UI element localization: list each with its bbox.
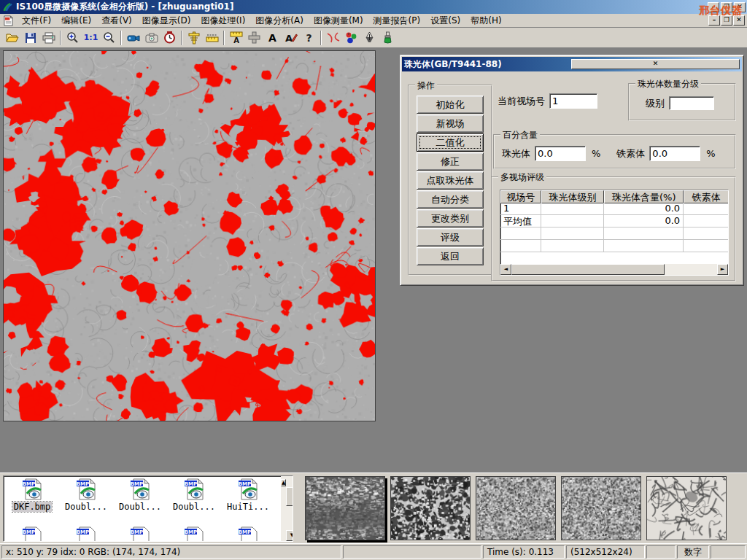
col-pearlite-grade[interactable]: 珠光体级别	[541, 190, 605, 203]
print-button[interactable]	[39, 29, 58, 47]
scrollbar-thumb[interactable]	[286, 487, 293, 506]
menu-image-measure[interactable]: 图像测量(M)	[309, 13, 368, 28]
thumbnail-2[interactable]	[390, 476, 471, 540]
file-name[interactable]: Doubl...	[63, 502, 109, 512]
file-item[interactable]: BMP	[113, 526, 167, 542]
document-system-menu-icon[interactable]	[3, 15, 14, 26]
capture-button[interactable]	[142, 29, 160, 47]
actual-size-icon: 1:1	[84, 33, 98, 42]
close-button[interactable]: ✕	[734, 2, 746, 12]
level-input[interactable]	[669, 96, 714, 110]
file-item[interactable]: BMP	[5, 526, 59, 542]
menu-file[interactable]: 文件(F)	[17, 13, 56, 28]
video-camera-icon	[127, 33, 140, 43]
svg-text:BMP: BMP	[131, 481, 143, 487]
table-row[interactable]: 平均值 0.0	[500, 215, 728, 228]
col-field-number[interactable]: 视场号	[500, 190, 541, 203]
zoom-in-button[interactable]	[63, 29, 82, 47]
file-name[interactable]: HuiTi...	[225, 502, 271, 512]
classify-balls-button[interactable]	[342, 29, 360, 47]
file-item[interactable]: BMP Doubl...	[167, 478, 221, 526]
pen-tool-button[interactable]	[360, 29, 379, 47]
mdi-workspace: 珠光体(GB/T9441-88) ✕ 操作 初始化 新视场 二值化 修正 点取珠…	[0, 48, 747, 472]
text-tool-button[interactable]: A	[263, 29, 282, 47]
grid-cross-button[interactable]	[245, 29, 263, 47]
pick-pearlite-button[interactable]: 点取珠光体	[417, 171, 484, 190]
metallographic-image[interactable]	[3, 50, 376, 421]
child-restore-button[interactable]: ❐	[721, 15, 732, 26]
file-item[interactable]: BMP Doubl...	[113, 478, 167, 526]
child-close-button[interactable]: ✕	[733, 15, 745, 26]
scroll-right-arrow-icon[interactable]: ►	[717, 264, 728, 275]
file-name[interactable]: DKF.bmp	[12, 502, 53, 512]
binarize-button[interactable]: 二值化	[417, 133, 484, 152]
file-browser[interactable]: BMP DKF.bmp BMP Doubl...	[3, 475, 293, 542]
timer-button[interactable]	[160, 29, 179, 47]
curve-calibration-button[interactable]	[324, 29, 342, 47]
scroll-up-arrow-icon[interactable]: ▲	[281, 479, 286, 486]
menu-image-display[interactable]: 图像显示(D)	[137, 13, 196, 28]
restore-button[interactable]: ❐	[721, 2, 732, 12]
new-field-button[interactable]: 新视场	[417, 114, 484, 133]
col-pearlite-content[interactable]: 珠光体含量(%)	[604, 190, 684, 203]
rating-table[interactable]: 视场号 珠光体级别 珠光体含量(%) 铁素体 1 0.0 平均值	[500, 190, 729, 276]
dialog-close-button[interactable]: ✕	[571, 59, 740, 69]
brush-tool-button[interactable]	[379, 29, 397, 47]
scrollbar-thumb[interactable]	[511, 264, 665, 275]
file-item[interactable]: BMP	[221, 526, 275, 542]
window-title: IS100显微摄像系统(金相分析版) - [zhuguangti01]	[16, 1, 233, 13]
table-horizontal-scrollbar[interactable]: ◄ ►	[500, 264, 728, 275]
table-row[interactable]: 1 0.0	[500, 203, 728, 215]
menu-settings[interactable]: 设置(S)	[425, 13, 465, 28]
actual-size-button[interactable]: 1:1	[82, 29, 100, 47]
file-item[interactable]: BMP	[167, 526, 221, 542]
save-button[interactable]	[21, 29, 39, 47]
annotate-tool-button[interactable]: A	[282, 29, 300, 47]
file-item[interactable]: BMP Doubl...	[59, 478, 113, 526]
menu-measure-report[interactable]: 测量报告(P)	[368, 13, 426, 28]
ferrite-input[interactable]: 0.0	[649, 146, 700, 161]
ruler-button[interactable]	[203, 29, 221, 47]
file-name[interactable]: Doubl...	[171, 502, 217, 512]
scroll-down-arrow-icon[interactable]: ▼	[286, 530, 293, 541]
title-bar: IS100显微摄像系统(金相分析版) - [zhuguangti01] – ❐ …	[0, 0, 747, 14]
scroll-left-arrow-icon[interactable]: ◄	[500, 264, 511, 275]
open-button[interactable]	[3, 29, 21, 47]
thumbnail-5[interactable]	[646, 476, 727, 540]
thumbnail-1[interactable]	[305, 476, 385, 540]
child-minimize-button[interactable]: –	[708, 15, 720, 26]
bmp-file-icon: BMP	[74, 526, 98, 542]
pen-icon	[365, 31, 374, 44]
menu-image-analysis[interactable]: 图像分析(A)	[250, 13, 309, 28]
return-button[interactable]: 返回	[417, 247, 484, 265]
file-name[interactable]: Doubl...	[117, 502, 163, 512]
toolbar-separator	[60, 31, 61, 45]
pearlite-input[interactable]: 0.0	[535, 146, 586, 161]
menu-image-process[interactable]: 图像处理(I)	[196, 13, 250, 28]
menu-help[interactable]: 帮助(H)	[465, 13, 506, 28]
zoom-out-button[interactable]	[100, 29, 118, 47]
measure-text-button[interactable]: A	[227, 29, 245, 47]
rate-button[interactable]: 评级	[417, 228, 484, 246]
col-ferrite[interactable]: 铁素体	[684, 190, 728, 203]
auto-classify-button[interactable]: 自动分类	[417, 190, 484, 209]
change-class-button[interactable]: 更改类别	[417, 209, 484, 228]
caliper-button[interactable]	[185, 29, 203, 47]
help-button[interactable]: ?	[300, 29, 318, 47]
file-item[interactable]: BMP	[59, 526, 113, 542]
thumbnail-3[interactable]	[476, 476, 556, 540]
correct-button[interactable]: 修正	[417, 152, 484, 171]
file-item[interactable]: BMP DKF.bmp	[5, 478, 59, 526]
current-view-input[interactable]: 1	[549, 93, 597, 109]
dialog-title-bar[interactable]: 珠光体(GB/T9441-88) ✕	[402, 57, 742, 71]
thumbnail-4[interactable]	[561, 476, 641, 540]
percent-group: 百分含量 珠光体 0.0 % 铁素体 0.0 %	[493, 134, 736, 169]
initialize-button[interactable]: 初始化	[417, 96, 484, 114]
file-item[interactable]: BMP HuiTi...	[221, 478, 275, 526]
minimize-button[interactable]: –	[708, 2, 719, 12]
video-camera-button[interactable]	[124, 29, 142, 47]
menu-view[interactable]: 查看(V)	[96, 13, 137, 28]
file-list-scrollbar[interactable]: ▲ ▼	[281, 476, 293, 541]
operations-group-label: 操作	[415, 79, 437, 92]
menu-edit[interactable]: 编辑(E)	[56, 13, 96, 28]
